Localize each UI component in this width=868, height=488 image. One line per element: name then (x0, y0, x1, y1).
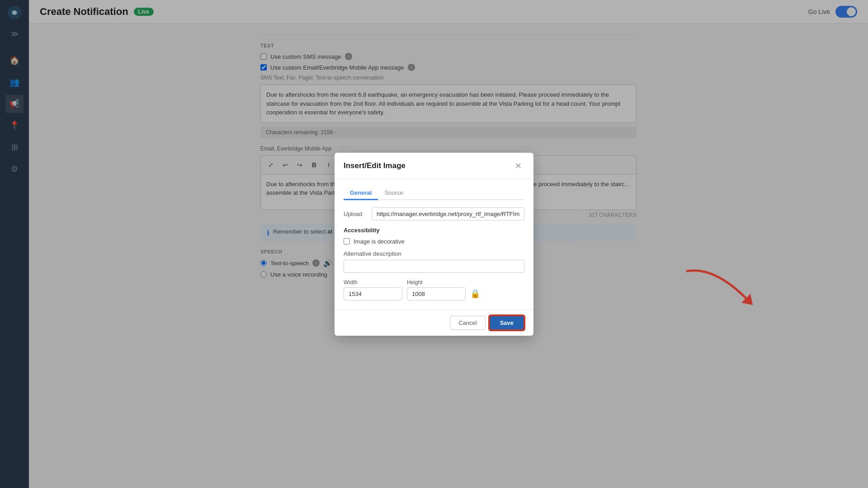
tab-general[interactable]: General (344, 187, 378, 200)
width-label: Width (344, 279, 402, 286)
modal-header: Insert/Edit Image ✕ (335, 153, 533, 179)
dimensions-row: Width Height 🔒 (344, 279, 524, 300)
modal-body: General Source Upload Accessibility Imag… (335, 179, 533, 310)
source-input[interactable] (372, 207, 524, 221)
height-input[interactable] (407, 287, 466, 300)
height-group: Height (407, 279, 466, 300)
modal-tabs: General Source (344, 187, 524, 200)
image-decorative-row: Image is decorative (344, 238, 524, 245)
height-label: Height (407, 279, 466, 286)
tab-source[interactable]: Source (378, 187, 409, 200)
upload-label: Upload (344, 211, 366, 217)
alt-desc-input[interactable] (344, 260, 524, 273)
alt-desc-label: Alternative description (344, 250, 524, 257)
insert-edit-image-modal: Insert/Edit Image ✕ General Source Uploa… (335, 153, 533, 336)
modal-close-button[interactable]: ✕ (512, 160, 524, 172)
image-decorative-checkbox[interactable] (344, 238, 350, 244)
modal-overlay[interactable]: Insert/Edit Image ✕ General Source Uploa… (0, 0, 868, 488)
source-field-row: Upload (344, 207, 524, 221)
cancel-button[interactable]: Cancel (450, 316, 485, 330)
accessibility-label: Accessibility (344, 227, 524, 234)
modal-title: Insert/Edit Image (344, 161, 406, 170)
save-button[interactable]: Save (489, 315, 524, 330)
modal-footer: Cancel Save (335, 310, 533, 336)
width-input[interactable] (344, 287, 402, 300)
width-group: Width (344, 279, 402, 300)
lock-icon: 🔒 (470, 289, 480, 299)
image-decorative-label: Image is decorative (354, 238, 405, 245)
